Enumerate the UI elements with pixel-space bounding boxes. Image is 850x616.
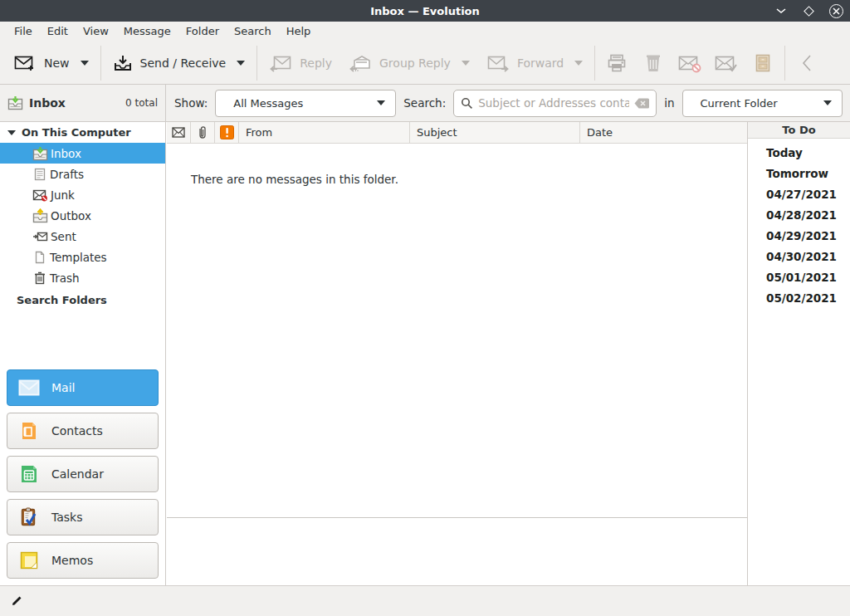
todo-item-date[interactable]: 04/28/2021 — [748, 205, 850, 226]
switcher-contacts-button[interactable]: Contacts — [7, 413, 159, 449]
send-receive-button[interactable]: Send / Receive — [105, 46, 254, 81]
tasks-icon — [18, 506, 40, 528]
sidebar-item-label: Drafts — [50, 168, 84, 181]
reply-label: Reply — [300, 56, 332, 70]
todo-panel-title: To Do — [748, 122, 850, 139]
back-icon — [800, 52, 813, 74]
sidebar-item-label: Inbox — [51, 147, 81, 160]
switcher-mail-button[interactable]: Mail — [7, 369, 159, 406]
show-filter-dropdown[interactable]: All Messages — [215, 90, 396, 117]
close-button[interactable] — [828, 3, 843, 18]
not-junk-button[interactable] — [708, 46, 745, 81]
sidebar-item-label: Templates — [50, 251, 107, 264]
sidebar-item-junk[interactable]: Junk — [0, 184, 165, 205]
menu-view[interactable]: View — [76, 22, 116, 42]
switcher-tasks-button[interactable]: Tasks — [7, 499, 159, 535]
new-dropdown-arrow[interactable] — [81, 61, 89, 66]
sidebar-item-inbox[interactable]: Inbox — [0, 143, 165, 164]
column-subject[interactable]: Subject — [410, 122, 580, 143]
column-label: From — [246, 126, 272, 139]
todo-item-date[interactable]: 04/29/2021 — [748, 226, 850, 247]
todo-panel: To Do Today Tomorrow 04/27/2021 04/28/20… — [747, 122, 850, 585]
todo-item-date[interactable]: 05/01/2021 — [748, 267, 850, 288]
empty-folder-message: There are no messages in this folder. — [167, 144, 747, 186]
templates-icon — [32, 250, 47, 265]
expander-icon[interactable] — [7, 130, 16, 135]
forward-button[interactable]: Forward — [478, 46, 591, 81]
preview-pane — [167, 517, 747, 585]
junk-button[interactable] — [672, 46, 708, 81]
search-box[interactable] — [453, 90, 657, 117]
clear-search-icon[interactable] — [634, 98, 649, 109]
toolbar-separator — [784, 46, 785, 81]
delete-button[interactable] — [635, 46, 672, 81]
window-title: Inbox — Evolution — [370, 5, 480, 17]
junk-icon — [32, 188, 48, 203]
group-reply-label: Group Reply — [379, 56, 451, 70]
forward-label: Forward — [517, 56, 564, 70]
todo-item-tomorrow[interactable]: Tomorrow — [748, 164, 850, 184]
switcher-label: Tasks — [51, 511, 83, 524]
todo-item-date[interactable]: 04/30/2021 — [748, 247, 850, 267]
search-input[interactable] — [478, 96, 629, 110]
attachment-icon — [198, 125, 207, 139]
mail-icon — [18, 377, 40, 398]
sidebar-item-trash[interactable]: Trash — [0, 267, 165, 288]
todo-item-date[interactable]: 05/02/2021 — [748, 288, 850, 309]
column-status[interactable] — [167, 122, 191, 143]
switcher-calendar-button[interactable]: Calendar — [7, 456, 159, 492]
search-folders-label: Search Folders — [17, 294, 107, 306]
new-button[interactable]: New — [5, 46, 97, 81]
folder-title-area: Inbox 0 total — [0, 85, 166, 121]
in-label: in — [664, 96, 674, 110]
sidebar-item-drafts[interactable]: Drafts — [0, 164, 165, 184]
menu-edit[interactable]: Edit — [40, 22, 76, 42]
todo-item-date[interactable]: 04/27/2021 — [748, 184, 850, 205]
outbox-icon — [32, 208, 48, 223]
search-scope-value: Current Folder — [701, 97, 778, 110]
new-label: New — [44, 56, 70, 70]
account-root[interactable]: On This Computer — [0, 122, 165, 143]
reply-button[interactable]: Reply — [261, 46, 340, 81]
toolbar-separator — [100, 46, 101, 81]
group-reply-dropdown-arrow[interactable] — [462, 61, 470, 66]
sidebar-item-search-folders[interactable]: Search Folders — [0, 288, 165, 306]
switcher-label: Mail — [51, 381, 75, 394]
message-list-pane: From Subject Date There are no messages … — [167, 122, 747, 585]
print-button[interactable] — [598, 46, 635, 81]
reply-icon — [269, 53, 292, 73]
toolbar: New Send / Receive Reply Group Reply — [0, 42, 850, 85]
minimize-button[interactable] — [774, 3, 789, 18]
todo-item-today[interactable]: Today — [748, 143, 850, 164]
main-area: On This Computer Inbox Drafts — [0, 122, 850, 585]
sidebar-item-outbox[interactable]: Outbox — [0, 205, 165, 226]
group-reply-button[interactable]: Group Reply — [340, 46, 478, 81]
menu-file[interactable]: File — [7, 22, 40, 42]
sent-icon — [32, 229, 48, 244]
search-scope-dropdown[interactable]: Current Folder — [682, 90, 843, 117]
sidebar-item-sent[interactable]: Sent — [0, 226, 165, 247]
archive-button[interactable] — [745, 46, 781, 81]
status-icon — [172, 127, 185, 138]
status-bar — [0, 585, 850, 616]
toolbar-separator — [256, 46, 257, 81]
maximize-button[interactable] — [801, 3, 816, 18]
column-attachment[interactable] — [191, 122, 215, 143]
send-receive-dropdown-arrow[interactable] — [237, 61, 245, 66]
menu-search[interactable]: Search — [227, 22, 279, 42]
column-important[interactable] — [215, 122, 239, 143]
back-button[interactable] — [789, 46, 825, 81]
menu-help[interactable]: Help — [279, 22, 319, 42]
send-receive-label: Send / Receive — [140, 56, 227, 70]
menu-message[interactable]: Message — [116, 22, 178, 42]
drafts-icon — [32, 167, 47, 182]
column-date[interactable]: Date — [580, 122, 747, 143]
menu-folder[interactable]: Folder — [178, 22, 227, 42]
trash-icon — [32, 271, 47, 286]
sidebar-item-templates[interactable]: Templates — [0, 247, 165, 267]
forward-dropdown-arrow[interactable] — [574, 61, 583, 66]
switcher-memos-button[interactable]: Memos — [7, 542, 159, 579]
contacts-icon — [18, 420, 40, 442]
column-label: Date — [587, 126, 613, 139]
column-from[interactable]: From — [239, 122, 410, 143]
